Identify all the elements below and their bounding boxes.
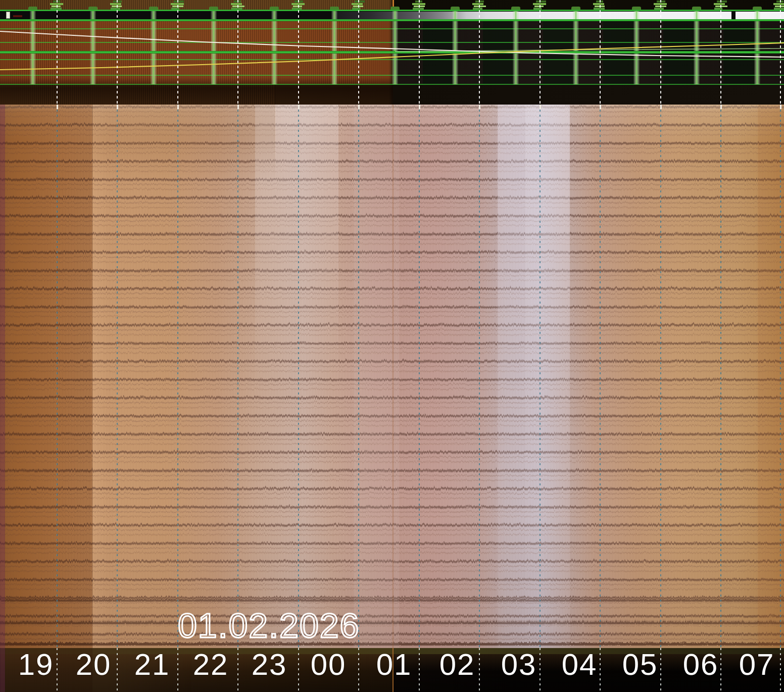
- hour-gridline-bottom: [479, 648, 480, 692]
- hour-tick: [298, 105, 300, 109]
- light-band-0300: [525, 105, 570, 648]
- hour-gridline-bottom: [177, 648, 178, 692]
- hour-gridline-lower: [720, 105, 721, 648]
- hour-gridline-upper: [237, 0, 238, 105]
- hour-gridline-upper: [177, 0, 178, 105]
- hour-label: 19: [18, 650, 54, 680]
- hour-label: 04: [562, 650, 598, 680]
- hour-gridline-bottom: [298, 648, 299, 692]
- hour-gridline-upper: [358, 0, 359, 105]
- hour-gridline-lower: [419, 105, 420, 648]
- hour-gridline-upper: [57, 0, 58, 105]
- hour-label: 02: [439, 650, 475, 680]
- hour-gridline-upper: [540, 0, 541, 105]
- hour-label: 00: [311, 650, 347, 680]
- day-boundary-seam: [393, 105, 394, 648]
- hour-label: 21: [134, 650, 170, 680]
- hour-gridline-upper: [720, 0, 721, 105]
- hour-gridline-bottom: [117, 648, 118, 692]
- hour-tick: [720, 105, 722, 109]
- hour-label: 06: [683, 650, 719, 680]
- daily-spectrogram-view: 01.02.2026 19202122230001020304050607: [0, 0, 784, 692]
- hour-gridline-upper: [600, 0, 601, 105]
- hour-gridline-lower: [540, 105, 541, 648]
- hour-gridline-bottom: [780, 648, 781, 692]
- hour-label: 07: [739, 650, 775, 680]
- hour-gridline-lower: [237, 105, 238, 648]
- hour-label: 03: [501, 650, 537, 680]
- hour-gridline-lower: [57, 105, 58, 648]
- hour-tick: [358, 105, 360, 109]
- hour-gridline-bottom: [57, 648, 58, 692]
- hour-tick: [419, 105, 420, 109]
- hour-gridline-lower: [358, 105, 359, 648]
- hour-gridline-upper: [780, 0, 781, 105]
- hour-gridline-lower: [780, 105, 781, 648]
- hour-gridline-lower: [177, 105, 178, 648]
- hour-gridline-lower: [298, 105, 299, 648]
- date-text: 01.02.2026: [178, 606, 360, 645]
- light-band-0230: [498, 105, 525, 648]
- date-annotation: 01.02.2026: [0, 604, 784, 650]
- hour-label: 05: [622, 650, 658, 680]
- waterfall-mid-stripe-band: [92, 105, 275, 180]
- hour-gridline-lower: [660, 105, 661, 648]
- hour-label: 20: [76, 650, 112, 680]
- hour-gridline-bottom: [237, 648, 238, 692]
- hour-tick: [237, 105, 239, 109]
- hour-gridline-bottom: [720, 648, 721, 692]
- hour-gridline-bottom: [600, 648, 601, 692]
- hour-gridline-upper: [117, 0, 118, 105]
- hour-gridline-bottom: [660, 648, 661, 692]
- hour-label: 22: [193, 650, 229, 680]
- hour-gridline-upper: [660, 0, 661, 105]
- hour-tick: [780, 105, 781, 109]
- hour-gridline-upper: [479, 0, 480, 105]
- hour-tick: [540, 105, 541, 109]
- hour-tick: [177, 105, 179, 109]
- hour-gridline-upper: [419, 0, 420, 105]
- hour-gridline-lower: [600, 105, 601, 648]
- hour-gridline-bottom: [419, 648, 420, 692]
- hour-tick: [600, 105, 601, 109]
- hour-gridline-bottom: [540, 648, 541, 692]
- hour-tick: [57, 105, 58, 109]
- hour-label: 23: [252, 650, 287, 680]
- hour-gridline-lower: [117, 105, 118, 648]
- hour-gridline-upper: [298, 0, 299, 105]
- hour-tick: [479, 105, 480, 109]
- hour-tick: [117, 105, 118, 109]
- hour-tick: [660, 105, 662, 109]
- hour-label: 01: [376, 650, 412, 680]
- hour-gridline-bottom: [358, 648, 359, 692]
- hour-gridline-lower: [479, 105, 480, 648]
